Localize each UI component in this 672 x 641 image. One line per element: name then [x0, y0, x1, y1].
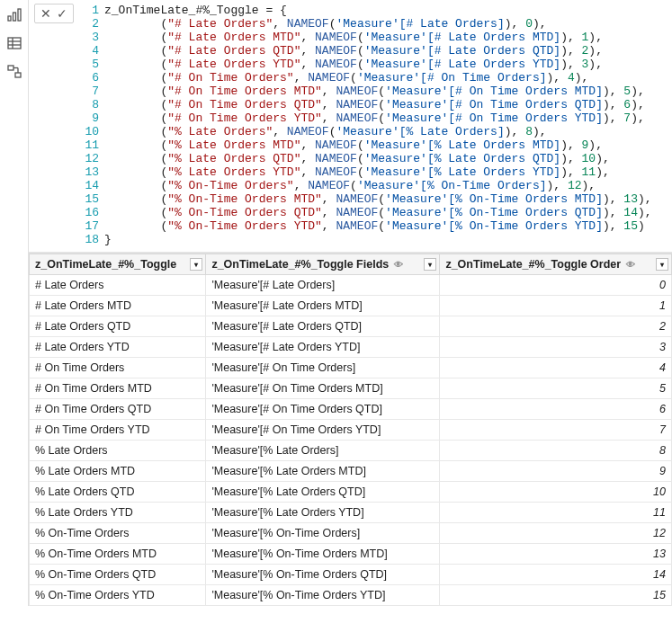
cell-order[interactable]: 7 — [440, 420, 672, 441]
filter-dropdown-icon[interactable]: ▾ — [424, 258, 436, 271]
table-row[interactable]: % On-Time Orders MTD'Measure'[% On-Time … — [30, 544, 672, 565]
filter-dropdown-icon[interactable]: ▾ — [190, 258, 202, 271]
cell-order[interactable]: 6 — [440, 399, 672, 420]
table-row[interactable]: % Late Orders MTD'Measure'[% Late Orders… — [30, 461, 672, 482]
table-row[interactable]: % Late Orders QTD'Measure'[% Late Orders… — [30, 482, 672, 503]
cell-fields[interactable]: 'Measure'[% On-Time Orders MTD] — [206, 544, 440, 565]
table-row[interactable]: # On Time Orders'Measure'[# On Time Orde… — [30, 358, 672, 378]
cell-order[interactable]: 9 — [440, 461, 672, 482]
cell-toggle[interactable]: % Late Orders QTD — [30, 482, 206, 503]
cell-toggle[interactable]: # Late Orders MTD — [30, 296, 206, 316]
cell-toggle[interactable]: # On Time Orders QTD — [30, 399, 206, 420]
cell-fields[interactable]: 'Measure'[# Late Orders QTD] — [206, 316, 440, 337]
code-content[interactable]: ("% Late Orders YTD", NAMEOF('Measure'[%… — [104, 165, 672, 179]
line-number: 1 — [79, 4, 104, 17]
cell-order[interactable]: 14 — [440, 565, 672, 585]
col-header-order[interactable]: z_OnTimeLate_#%_Toggle Order 👁 ▾ — [440, 254, 672, 275]
cell-fields[interactable]: 'Measure'[% Late Orders MTD] — [206, 461, 440, 482]
cell-fields[interactable]: 'Measure'[% On-Time Orders QTD] — [206, 565, 440, 585]
cell-fields[interactable]: 'Measure'[% On-Time Orders YTD] — [206, 585, 440, 606]
col-header-toggle[interactable]: z_OnTimeLate_#%_Toggle ▾ — [30, 254, 206, 275]
cell-order[interactable]: 15 — [440, 585, 672, 606]
cell-fields[interactable]: 'Measure'[% Late Orders QTD] — [206, 482, 440, 503]
table-row[interactable]: # Late Orders QTD'Measure'[# Late Orders… — [30, 316, 672, 337]
filter-dropdown-icon[interactable]: ▾ — [656, 258, 668, 271]
code-content[interactable]: ("% Late Orders QTD", NAMEOF('Measure'[%… — [104, 152, 672, 165]
cell-toggle[interactable]: # On Time Orders YTD — [30, 420, 206, 441]
cell-order[interactable]: 13 — [440, 544, 672, 565]
data-view-icon[interactable] — [5, 34, 23, 52]
code-content[interactable]: ("# Late Orders", NAMEOF('Measure'[# Lat… — [104, 17, 672, 31]
code-content[interactable]: ("# Late Orders MTD", NAMEOF('Measure'[#… — [104, 31, 672, 44]
cell-toggle[interactable]: % Late Orders MTD — [30, 461, 206, 482]
cell-toggle[interactable]: % On-Time Orders QTD — [30, 565, 206, 585]
cell-toggle[interactable]: % On-Time Orders MTD — [30, 544, 206, 565]
cell-order[interactable]: 11 — [440, 503, 672, 523]
code-content[interactable]: ("# On Time Orders YTD", NAMEOF('Measure… — [104, 111, 672, 125]
cell-toggle[interactable]: # Late Orders YTD — [30, 337, 206, 358]
cell-fields[interactable]: 'Measure'[% Late Orders YTD] — [206, 503, 440, 523]
code-content[interactable]: ("# On Time Orders QTD", NAMEOF('Measure… — [104, 98, 672, 111]
cell-toggle[interactable]: % On-Time Orders — [30, 523, 206, 544]
cell-fields[interactable]: 'Measure'[% On-Time Orders] — [206, 523, 440, 544]
code-line: 7 ("# On Time Orders MTD", NAMEOF('Measu… — [79, 85, 672, 98]
cell-toggle[interactable]: # On Time Orders — [30, 358, 206, 378]
code-content[interactable]: ("% On-Time Orders", NAMEOF('Measure'[% … — [104, 179, 672, 192]
table-row[interactable]: # On Time Orders YTD'Measure'[# On Time … — [30, 420, 672, 441]
code-content[interactable]: ("% Late Orders", NAMEOF('Measure'[% Lat… — [104, 125, 672, 138]
report-view-icon[interactable] — [5, 5, 23, 23]
cell-order[interactable]: 12 — [440, 523, 672, 544]
col-header-fields[interactable]: z_OnTimeLate_#%_Toggle Fields 👁 ▾ — [206, 254, 440, 275]
cell-toggle[interactable]: # Late Orders QTD — [30, 316, 206, 337]
model-view-icon[interactable] — [5, 63, 23, 81]
cell-fields[interactable]: 'Measure'[# Late Orders MTD] — [206, 296, 440, 316]
cell-fields[interactable]: 'Measure'[# On Time Orders MTD] — [206, 378, 440, 399]
col-header-label: z_OnTimeLate_#%_Toggle — [35, 258, 176, 271]
code-content[interactable]: z_OnTimeLate_#%_Toggle = { — [104, 4, 672, 17]
table-row[interactable]: % On-Time Orders'Measure'[% On-Time Orde… — [30, 523, 672, 544]
line-number: 9 — [79, 111, 104, 125]
col-header-label: z_OnTimeLate_#%_Toggle Fields — [211, 258, 389, 271]
code-content[interactable]: ("% On-Time Orders QTD", NAMEOF('Measure… — [104, 206, 672, 219]
cell-order[interactable]: 2 — [440, 316, 672, 337]
cell-fields[interactable]: 'Measure'[# On Time Orders] — [206, 358, 440, 378]
cell-order[interactable]: 1 — [440, 296, 672, 316]
cell-toggle[interactable]: % On-Time Orders YTD — [30, 585, 206, 606]
table-row[interactable]: # Late Orders YTD'Measure'[# Late Orders… — [30, 337, 672, 358]
table-row[interactable]: # On Time Orders QTD'Measure'[# On Time … — [30, 399, 672, 420]
code-content[interactable]: } — [104, 233, 672, 246]
cell-toggle[interactable]: % Late Orders — [30, 441, 206, 461]
cell-fields[interactable]: 'Measure'[# Late Orders] — [206, 275, 440, 296]
code-content[interactable]: ("# Late Orders YTD", NAMEOF('Measure'[#… — [104, 58, 672, 71]
svg-rect-8 — [15, 73, 21, 77]
cell-fields[interactable]: 'Measure'[# Late Orders YTD] — [206, 337, 440, 358]
cell-order[interactable]: 0 — [440, 275, 672, 296]
commit-icon[interactable]: ✓ — [57, 7, 67, 20]
table-row[interactable]: % Late Orders YTD'Measure'[% Late Orders… — [30, 503, 672, 523]
cell-fields[interactable]: 'Measure'[# On Time Orders QTD] — [206, 399, 440, 420]
code-content[interactable]: ("% Late Orders MTD", NAMEOF('Measure'[%… — [104, 138, 672, 152]
table-row[interactable]: # Late Orders MTD'Measure'[# Late Orders… — [30, 296, 672, 316]
cell-fields[interactable]: 'Measure'[% Late Orders] — [206, 441, 440, 461]
code-content[interactable]: ("# Late Orders QTD", NAMEOF('Measure'[#… — [104, 44, 672, 58]
cell-order[interactable]: 3 — [440, 337, 672, 358]
cell-toggle[interactable]: # Late Orders — [30, 275, 206, 296]
table-row[interactable]: % Late Orders'Measure'[% Late Orders]8 — [30, 441, 672, 461]
table-row[interactable]: # On Time Orders MTD'Measure'[# On Time … — [30, 378, 672, 399]
cell-toggle[interactable]: # On Time Orders MTD — [30, 378, 206, 399]
cell-order[interactable]: 4 — [440, 358, 672, 378]
cell-order[interactable]: 5 — [440, 378, 672, 399]
table-row[interactable]: % On-Time Orders QTD'Measure'[% On-Time … — [30, 565, 672, 585]
code-content[interactable]: ("% On-Time Orders YTD", NAMEOF('Measure… — [104, 219, 672, 233]
formula-editor[interactable]: 1z_OnTimeLate_#%_Toggle = {2 ("# Late Or… — [79, 0, 672, 252]
code-content[interactable]: ("# On Time Orders MTD", NAMEOF('Measure… — [104, 85, 672, 98]
table-row[interactable]: % On-Time Orders YTD'Measure'[% On-Time … — [30, 585, 672, 606]
cell-toggle[interactable]: % Late Orders YTD — [30, 503, 206, 523]
cell-order[interactable]: 8 — [440, 441, 672, 461]
table-row[interactable]: # Late Orders'Measure'[# Late Orders]0 — [30, 275, 672, 296]
cell-fields[interactable]: 'Measure'[# On Time Orders YTD] — [206, 420, 440, 441]
cancel-icon[interactable]: ✕ — [40, 7, 51, 20]
code-content[interactable]: ("# On Time Orders", NAMEOF('Measure'[# … — [104, 71, 672, 85]
cell-order[interactable]: 10 — [440, 482, 672, 503]
code-content[interactable]: ("% On-Time Orders MTD", NAMEOF('Measure… — [104, 192, 672, 206]
